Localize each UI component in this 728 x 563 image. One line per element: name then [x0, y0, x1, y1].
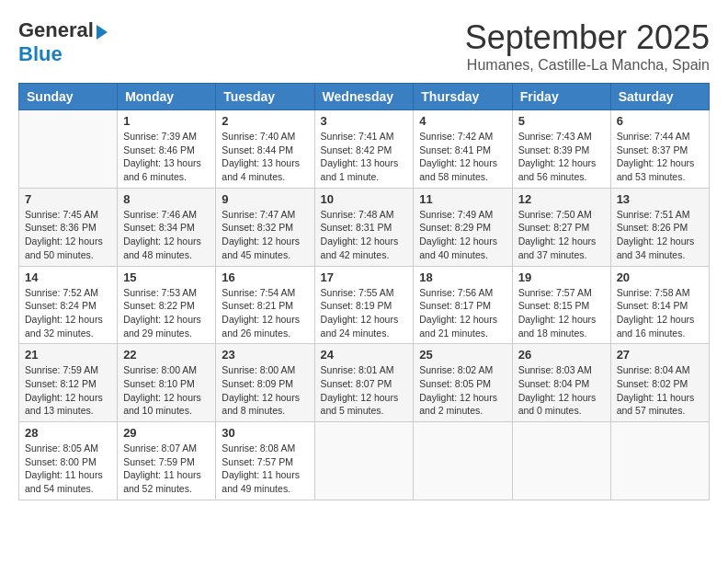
- day-number: 21: [25, 348, 111, 362]
- day-info: Sunrise: 7:50 AM Sunset: 8:27 PM Dayligh…: [518, 208, 605, 262]
- day-number: 14: [25, 270, 111, 284]
- weekday-header-saturday: Saturday: [610, 84, 709, 110]
- day-number: 7: [25, 192, 111, 206]
- day-info: Sunrise: 7:43 AM Sunset: 8:39 PM Dayligh…: [518, 130, 605, 184]
- day-number: 4: [419, 114, 506, 128]
- day-number: 10: [321, 192, 408, 206]
- calendar-cell: 29Sunrise: 8:07 AM Sunset: 7:59 PM Dayli…: [118, 422, 216, 500]
- weekday-header-sunday: Sunday: [19, 84, 118, 110]
- day-number: 24: [321, 348, 408, 362]
- weekday-header-friday: Friday: [512, 84, 610, 110]
- calendar-cell: 4Sunrise: 7:42 AM Sunset: 8:41 PM Daylig…: [414, 110, 512, 189]
- calendar-cell: 8Sunrise: 7:46 AM Sunset: 8:34 PM Daylig…: [118, 188, 216, 266]
- day-number: 5: [518, 114, 605, 128]
- day-info: Sunrise: 7:44 AM Sunset: 8:37 PM Dayligh…: [617, 130, 703, 184]
- calendar-cell: 18Sunrise: 7:56 AM Sunset: 8:17 PM Dayli…: [414, 266, 512, 344]
- logo: General Blue: [18, 18, 108, 66]
- day-info: Sunrise: 8:05 AM Sunset: 8:00 PM Dayligh…: [25, 442, 111, 496]
- day-number: 27: [617, 348, 703, 362]
- day-number: 11: [419, 192, 506, 206]
- day-info: Sunrise: 8:00 AM Sunset: 8:09 PM Dayligh…: [222, 363, 308, 418]
- day-info: Sunrise: 7:42 AM Sunset: 8:41 PM Dayligh…: [419, 130, 506, 184]
- calendar-cell: 14Sunrise: 7:52 AM Sunset: 8:24 PM Dayli…: [19, 266, 118, 344]
- calendar-cell: 11Sunrise: 7:49 AM Sunset: 8:29 PM Dayli…: [414, 188, 512, 266]
- day-info: Sunrise: 7:59 AM Sunset: 8:12 PM Dayligh…: [25, 363, 111, 418]
- page-header: General Blue September 2025 Humanes, Cas…: [18, 18, 710, 74]
- day-number: 28: [25, 426, 111, 440]
- calendar-cell: 19Sunrise: 7:57 AM Sunset: 8:15 PM Dayli…: [512, 266, 610, 344]
- calendar-cell: 22Sunrise: 8:00 AM Sunset: 8:10 PM Dayli…: [118, 344, 216, 422]
- day-info: Sunrise: 7:55 AM Sunset: 8:19 PM Dayligh…: [321, 286, 408, 340]
- calendar-cell: 10Sunrise: 7:48 AM Sunset: 8:31 PM Dayli…: [314, 188, 414, 266]
- calendar-week-row: 14Sunrise: 7:52 AM Sunset: 8:24 PM Dayli…: [19, 266, 710, 344]
- day-info: Sunrise: 7:45 AM Sunset: 8:36 PM Dayligh…: [25, 208, 111, 262]
- calendar-cell: 23Sunrise: 8:00 AM Sunset: 8:09 PM Dayli…: [216, 344, 314, 422]
- day-info: Sunrise: 7:52 AM Sunset: 8:24 PM Dayligh…: [25, 286, 111, 340]
- day-info: Sunrise: 7:47 AM Sunset: 8:32 PM Dayligh…: [222, 208, 308, 262]
- calendar-cell: 27Sunrise: 8:04 AM Sunset: 8:02 PM Dayli…: [610, 344, 709, 422]
- day-info: Sunrise: 8:08 AM Sunset: 7:57 PM Dayligh…: [222, 442, 308, 496]
- calendar-cell: 26Sunrise: 8:03 AM Sunset: 8:04 PM Dayli…: [512, 344, 610, 422]
- day-info: Sunrise: 8:00 AM Sunset: 8:10 PM Dayligh…: [123, 363, 210, 418]
- day-info: Sunrise: 8:03 AM Sunset: 8:04 PM Dayligh…: [518, 363, 605, 418]
- day-info: Sunrise: 7:54 AM Sunset: 8:21 PM Dayligh…: [222, 286, 308, 340]
- day-number: 16: [222, 270, 308, 284]
- calendar-cell: 7Sunrise: 7:45 AM Sunset: 8:36 PM Daylig…: [19, 188, 118, 266]
- day-number: 3: [321, 114, 408, 128]
- calendar-cell: 9Sunrise: 7:47 AM Sunset: 8:32 PM Daylig…: [216, 188, 314, 266]
- day-number: 30: [222, 426, 308, 440]
- day-info: Sunrise: 7:57 AM Sunset: 8:15 PM Dayligh…: [518, 286, 605, 340]
- logo-arrow-icon: [97, 25, 108, 40]
- calendar-cell: 6Sunrise: 7:44 AM Sunset: 8:37 PM Daylig…: [610, 110, 709, 189]
- day-number: 29: [123, 426, 210, 440]
- day-info: Sunrise: 7:39 AM Sunset: 8:46 PM Dayligh…: [123, 130, 210, 184]
- weekday-header-monday: Monday: [118, 84, 216, 110]
- calendar-cell: 13Sunrise: 7:51 AM Sunset: 8:26 PM Dayli…: [610, 188, 709, 266]
- calendar-subtitle: Humanes, Castille-La Mancha, Spain: [465, 57, 710, 74]
- day-number: 17: [321, 270, 408, 284]
- logo-text-blue: Blue: [18, 42, 63, 65]
- day-number: 15: [123, 270, 210, 284]
- title-section: September 2025 Humanes, Castille-La Manc…: [465, 18, 710, 74]
- calendar-title: September 2025: [465, 18, 710, 57]
- day-info: Sunrise: 8:01 AM Sunset: 8:07 PM Dayligh…: [321, 363, 408, 418]
- day-number: 19: [518, 270, 605, 284]
- calendar-cell: 25Sunrise: 8:02 AM Sunset: 8:05 PM Dayli…: [414, 344, 512, 422]
- calendar-week-row: 28Sunrise: 8:05 AM Sunset: 8:00 PM Dayli…: [19, 422, 710, 500]
- day-number: 20: [617, 270, 703, 284]
- day-number: 22: [123, 348, 210, 362]
- day-number: 12: [518, 192, 605, 206]
- day-number: 18: [419, 270, 506, 284]
- day-number: 9: [222, 192, 308, 206]
- calendar-cell: 5Sunrise: 7:43 AM Sunset: 8:39 PM Daylig…: [512, 110, 610, 189]
- calendar-cell: 1Sunrise: 7:39 AM Sunset: 8:46 PM Daylig…: [118, 110, 216, 189]
- day-info: Sunrise: 7:56 AM Sunset: 8:17 PM Dayligh…: [419, 286, 506, 340]
- logo-text-general: General: [18, 18, 94, 42]
- calendar-cell: 16Sunrise: 7:54 AM Sunset: 8:21 PM Dayli…: [216, 266, 314, 344]
- calendar-cell: 15Sunrise: 7:53 AM Sunset: 8:22 PM Dayli…: [118, 266, 216, 344]
- calendar-cell: 3Sunrise: 7:41 AM Sunset: 8:42 PM Daylig…: [314, 110, 414, 189]
- calendar-table: SundayMondayTuesdayWednesdayThursdayFrid…: [18, 83, 710, 500]
- day-number: 6: [617, 114, 703, 128]
- day-number: 23: [222, 348, 308, 362]
- weekday-header-wednesday: Wednesday: [314, 84, 414, 110]
- weekday-header-row: SundayMondayTuesdayWednesdayThursdayFrid…: [19, 84, 710, 110]
- day-info: Sunrise: 7:53 AM Sunset: 8:22 PM Dayligh…: [123, 286, 210, 340]
- day-info: Sunrise: 7:41 AM Sunset: 8:42 PM Dayligh…: [321, 130, 408, 184]
- day-info: Sunrise: 8:04 AM Sunset: 8:02 PM Dayligh…: [617, 363, 703, 418]
- calendar-week-row: 1Sunrise: 7:39 AM Sunset: 8:46 PM Daylig…: [19, 110, 710, 189]
- day-info: Sunrise: 8:07 AM Sunset: 7:59 PM Dayligh…: [123, 442, 210, 496]
- day-number: 8: [123, 192, 210, 206]
- calendar-cell: 20Sunrise: 7:58 AM Sunset: 8:14 PM Dayli…: [610, 266, 709, 344]
- day-info: Sunrise: 7:46 AM Sunset: 8:34 PM Dayligh…: [123, 208, 210, 262]
- calendar-cell: [610, 422, 709, 500]
- calendar-week-row: 7Sunrise: 7:45 AM Sunset: 8:36 PM Daylig…: [19, 188, 710, 266]
- calendar-cell: 17Sunrise: 7:55 AM Sunset: 8:19 PM Dayli…: [314, 266, 414, 344]
- day-number: 25: [419, 348, 506, 362]
- day-info: Sunrise: 7:51 AM Sunset: 8:26 PM Dayligh…: [617, 208, 703, 262]
- calendar-cell: 30Sunrise: 8:08 AM Sunset: 7:57 PM Dayli…: [216, 422, 314, 500]
- calendar-cell: [414, 422, 512, 500]
- calendar-cell: 2Sunrise: 7:40 AM Sunset: 8:44 PM Daylig…: [216, 110, 314, 189]
- day-info: Sunrise: 7:58 AM Sunset: 8:14 PM Dayligh…: [617, 286, 703, 340]
- day-number: 2: [222, 114, 308, 128]
